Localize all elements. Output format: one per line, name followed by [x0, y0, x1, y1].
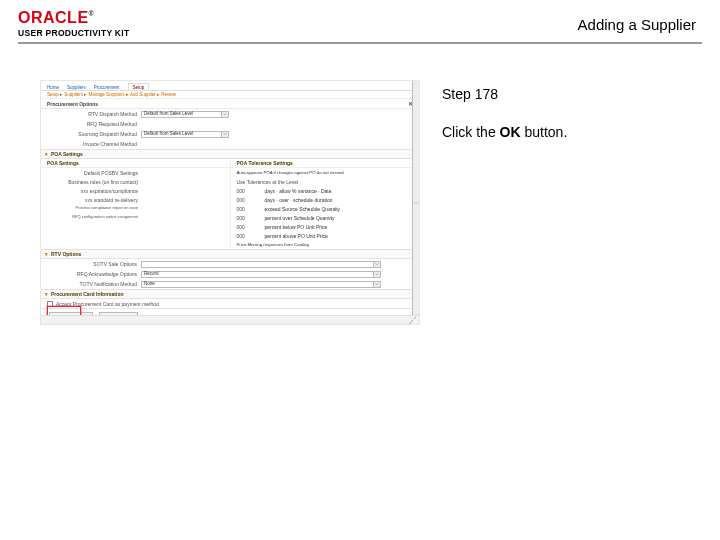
chevron-down-icon	[373, 282, 380, 287]
field-rfq-required: RFQ Required Method	[41, 119, 419, 129]
app-tabs: Home Suppliers Procurement Setup	[41, 81, 419, 91]
instruction-pane: Step 178 Click the OK button.	[442, 80, 700, 325]
dialog-actions: OK Cancel	[41, 324, 419, 325]
field-invoice-channel: Invoice Channel Method	[41, 139, 419, 149]
field-rtv-dispatch: RTV Dispatch Method Default from Sales L…	[41, 109, 419, 119]
label: Sourcing Dispatch Method	[49, 131, 141, 137]
checkbox-icon[interactable]	[47, 301, 53, 307]
instruction-text: Click the OK button.	[442, 124, 700, 140]
twisty-icon: ▾	[45, 291, 48, 297]
step-label: Step 178	[442, 86, 700, 102]
app-footer	[41, 315, 419, 324]
twisty-icon: ▾	[45, 251, 48, 257]
breadcrumb: Setup ▸ Suppliers ▸ Manage Suppliers ▸ A…	[41, 91, 419, 99]
field-sotv: SOTV Sale Options	[41, 259, 419, 269]
poa-columns: POA Settings Default POSBV Settings Busi…	[41, 159, 419, 249]
field-rfq-ack: RFQ Acknowledge Options Record	[41, 269, 419, 279]
brand-subline: USER PRODUCTIVITY KIT	[18, 28, 129, 38]
page-title: Adding a Supplier	[578, 16, 696, 33]
panel-title: Procurement Options	[47, 101, 98, 106]
chevron-down-icon	[221, 132, 228, 137]
totv-notify-select[interactable]: None	[141, 281, 381, 288]
tab-procurement[interactable]: Procurement	[94, 85, 120, 90]
chevron-down-icon	[221, 112, 228, 117]
sotv-select[interactable]	[141, 261, 381, 268]
tab-suppliers[interactable]: Suppliers	[67, 85, 86, 90]
tab-home[interactable]: Home	[47, 85, 59, 90]
brand-word: ORACLE	[18, 9, 89, 26]
group-poa[interactable]: ▾ POA Settings	[41, 149, 419, 159]
label: RTV Dispatch Method	[49, 111, 141, 117]
panel-title-row: Procurement Options ✕	[41, 99, 419, 109]
label: RFQ Required Method	[49, 121, 141, 127]
field-totv-notify: TOTV Notification Method None	[41, 279, 419, 289]
sourcing-dispatch-select[interactable]: Default from Sales Level	[141, 131, 229, 138]
chevron-down-icon	[373, 272, 380, 277]
rfq-ack-select[interactable]: Record	[141, 271, 381, 278]
tab-setup[interactable]: Setup	[128, 83, 150, 90]
label: Invoice Channel Method	[49, 141, 141, 147]
pci-checkbox-row[interactable]: Accept Procurement Card as payment metho…	[41, 299, 419, 308]
brand-logo: ORACLE® USER PRODUCTIVITY KIT	[18, 10, 129, 38]
poa-right-head: POA Tolerance Settings	[231, 159, 420, 168]
resize-grip-icon[interactable]	[409, 317, 416, 324]
rtv-dispatch-select[interactable]: Default from Sales Level	[141, 111, 229, 118]
application-pane: Home Suppliers Procurement Setup Setup ▸…	[40, 80, 420, 325]
brand-tm: ®	[89, 10, 95, 17]
group-pci[interactable]: ▾ Procurement Card Information	[41, 289, 419, 299]
chevron-down-icon	[373, 262, 380, 267]
field-sourcing-dispatch: Sourcing Dispatch Method Default from Sa…	[41, 129, 419, 139]
twisty-icon: ▾	[45, 151, 48, 157]
tolerance-level-select[interactable]: Use Tolerances at the Level	[237, 179, 347, 185]
chevron-down-icon	[412, 81, 419, 324]
group-rtv[interactable]: ▾ RTV Options	[41, 249, 419, 259]
poa-left-head: POA Settings	[41, 159, 230, 168]
